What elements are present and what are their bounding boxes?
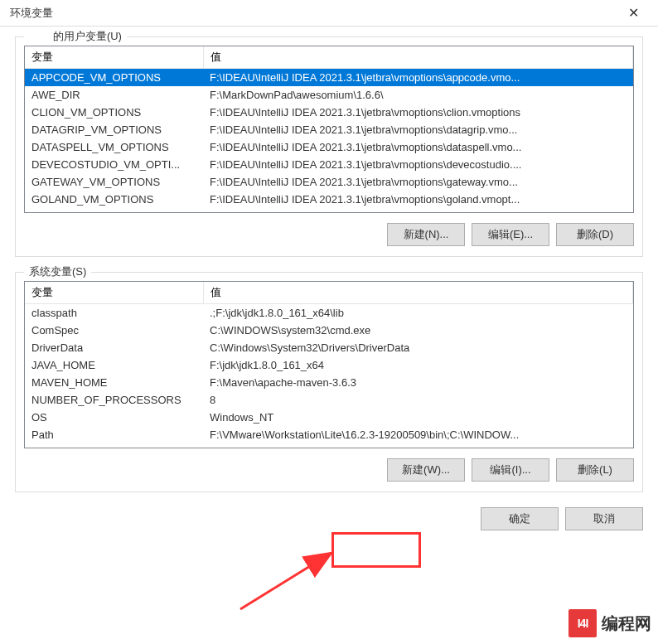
table-row[interactable]: CLION_VM_OPTIONSF:\IDEAU\IntelliJ IDEA 2… xyxy=(25,104,633,121)
annotation-arrow-icon xyxy=(232,543,356,617)
system-vars-table[interactable]: 变量 值 classpath.;F:\jdk\jdk1.8.0_161_x64\… xyxy=(25,282,633,443)
cell-var: DATAGRIP_VM_OPTIONS xyxy=(25,121,203,138)
cell-val: C:\Windows\System32\Drivers\DriverData xyxy=(203,339,633,356)
titlebar: 环境变量 ✕ xyxy=(0,0,658,27)
new-system-var-button[interactable]: 新建(W)... xyxy=(387,458,465,482)
table-row[interactable]: DATAGRIP_VM_OPTIONSF:\IDEAU\IntelliJ IDE… xyxy=(25,121,633,138)
system-variables-group: 系统变量(S) 变量 值 classpath.;F:\jdk\jdk1.8.0_… xyxy=(15,272,643,492)
watermark-logo: I4I 编程网 xyxy=(568,609,651,637)
user-vars-table[interactable]: 变量 值 APPCODE_VM_OPTIONSF:\IDEAU\IntelliJ… xyxy=(25,46,633,208)
cell-val: C:\WINDOWS\system32\cmd.exe xyxy=(203,322,633,339)
close-icon[interactable]: ✕ xyxy=(617,5,650,21)
cancel-button[interactable]: 取消 xyxy=(565,507,643,530)
user-vars-label: 的用户变量(U) xyxy=(24,29,127,44)
table-row[interactable]: DATASPELL_VM_OPTIONSF:\IDEAU\IntelliJ ID… xyxy=(25,138,633,156)
ok-button[interactable]: 确定 xyxy=(481,507,559,530)
table-row[interactable]: DEVECOSTUDIO_VM_OPTI...F:\IDEAU\IntelliJ… xyxy=(25,156,633,173)
cell-val: .;F:\jdk\jdk1.8.0_161_x64\lib xyxy=(203,304,633,322)
col-header-var[interactable]: 变量 xyxy=(25,46,203,69)
cell-val: F:\IDEAU\IntelliJ IDEA 2021.3.1\jetbra\v… xyxy=(203,191,633,208)
cell-var: MAVEN_HOME xyxy=(25,374,203,391)
cell-val: F:\jdk\jdk1.8.0_161_x64 xyxy=(203,356,633,374)
table-row[interactable]: AWE_DIRF:\MarkDownPad\awesomium\1.6.6\ xyxy=(25,86,633,104)
cell-var: GATEWAY_VM_OPTIONS xyxy=(25,173,203,191)
cell-val: F:\IDEAU\IntelliJ IDEA 2021.3.1\jetbra\v… xyxy=(203,69,633,87)
system-vars-scroll[interactable]: 变量 值 classpath.;F:\jdk\jdk1.8.0_161_x64\… xyxy=(25,282,633,448)
table-row[interactable]: MAVEN_HOMEF:\Maven\apache-maven-3.6.3 xyxy=(25,374,633,391)
cell-var: classpath xyxy=(25,304,203,322)
cell-var: DriverData xyxy=(25,339,203,356)
cell-val: F:\MarkDownPad\awesomium\1.6.6\ xyxy=(203,86,633,104)
cell-val: F:\IDEAU\IntelliJ IDEA 2021.3.1\jetbra\v… xyxy=(203,138,633,156)
table-row[interactable]: JAVA_HOMEF:\jdk\jdk1.8.0_161_x64 xyxy=(25,356,633,374)
cell-val: F:\IDEAU\IntelliJ IDEA 2021.3.1\jetbra\v… xyxy=(203,173,633,191)
cell-val: F:\IDEAU\IntelliJ IDEA 2021.3.1\jetbra\v… xyxy=(203,156,633,173)
edit-user-var-button[interactable]: 编辑(E)... xyxy=(472,223,549,246)
logo-text: 编程网 xyxy=(602,613,651,635)
cell-val: F:\VMware\Workstation\Lite\16.2.3-192005… xyxy=(203,426,633,443)
system-vars-label: 系统变量(S) xyxy=(24,264,91,279)
cell-val: F:\IDEAU\IntelliJ IDEA 2021.3.1\jetbra\v… xyxy=(203,104,633,121)
cell-var: OS xyxy=(25,409,203,426)
cell-var: GOLAND_VM_OPTIONS xyxy=(25,191,203,208)
dialog-body: 的用户变量(U) 变量 值 APPCODE_VM_OPTIONSF:\IDEAU… xyxy=(0,27,658,545)
table-row[interactable]: ComSpecC:\WINDOWS\system32\cmd.exe xyxy=(25,322,633,339)
svg-line-1 xyxy=(240,553,331,609)
table-row[interactable]: DriverDataC:\Windows\System32\Drivers\Dr… xyxy=(25,339,633,356)
delete-system-var-button[interactable]: 删除(L) xyxy=(556,458,634,482)
system-vars-buttons: 新建(W)... 编辑(I)... 删除(L) xyxy=(24,458,634,482)
user-vars-scroll[interactable]: 变量 值 APPCODE_VM_OPTIONSF:\IDEAU\IntelliJ… xyxy=(25,46,633,212)
cell-var: DEVECOSTUDIO_VM_OPTI... xyxy=(25,156,203,173)
cell-var: NUMBER_OF_PROCESSORS xyxy=(25,391,203,409)
cell-var: JAVA_HOME xyxy=(25,356,203,374)
window-title: 环境变量 xyxy=(10,6,53,21)
cell-var: APPCODE_VM_OPTIONS xyxy=(25,69,203,87)
cell-var: ComSpec xyxy=(25,322,203,339)
cell-var: Path xyxy=(25,426,203,443)
col-header-var[interactable]: 变量 xyxy=(25,282,203,304)
new-user-var-button[interactable]: 新建(N)... xyxy=(387,223,465,246)
dialog-buttons: 确定 取消 xyxy=(15,507,643,530)
system-vars-table-wrap: 变量 值 classpath.;F:\jdk\jdk1.8.0_161_x64\… xyxy=(24,281,634,448)
table-row[interactable]: GATEWAY_VM_OPTIONSF:\IDEAU\IntelliJ IDEA… xyxy=(25,173,633,191)
delete-user-var-button[interactable]: 删除(D) xyxy=(556,223,634,246)
logo-mark-icon: I4I xyxy=(568,609,597,637)
cell-val: F:\IDEAU\IntelliJ IDEA 2021.3.1\jetbra\v… xyxy=(203,121,633,138)
user-vars-table-wrap: 变量 值 APPCODE_VM_OPTIONSF:\IDEAU\IntelliJ… xyxy=(24,46,634,213)
cell-var: AWE_DIR xyxy=(25,86,203,104)
cell-val: 8 xyxy=(203,391,633,409)
table-row[interactable]: PathF:\VMware\Workstation\Lite\16.2.3-19… xyxy=(25,426,633,443)
cell-val: F:\Maven\apache-maven-3.6.3 xyxy=(203,374,633,391)
user-variables-group: 的用户变量(U) 变量 值 APPCODE_VM_OPTIONSF:\IDEAU… xyxy=(15,36,643,257)
table-row[interactable]: APPCODE_VM_OPTIONSF:\IDEAU\IntelliJ IDEA… xyxy=(25,69,633,87)
user-vars-buttons: 新建(N)... 编辑(E)... 删除(D) xyxy=(24,223,634,246)
table-row[interactable]: GOLAND_VM_OPTIONSF:\IDEAU\IntelliJ IDEA … xyxy=(25,191,633,208)
cell-val: Windows_NT xyxy=(203,409,633,426)
cell-var: DATASPELL_VM_OPTIONS xyxy=(25,138,203,156)
table-row[interactable]: classpath.;F:\jdk\jdk1.8.0_161_x64\lib xyxy=(25,304,633,322)
cell-var: CLION_VM_OPTIONS xyxy=(25,104,203,121)
table-row[interactable]: NUMBER_OF_PROCESSORS8 xyxy=(25,391,633,409)
table-row[interactable]: OSWindows_NT xyxy=(25,409,633,426)
edit-system-var-button[interactable]: 编辑(I)... xyxy=(472,458,549,482)
col-header-val[interactable]: 值 xyxy=(203,282,633,304)
col-header-val[interactable]: 值 xyxy=(203,46,633,69)
